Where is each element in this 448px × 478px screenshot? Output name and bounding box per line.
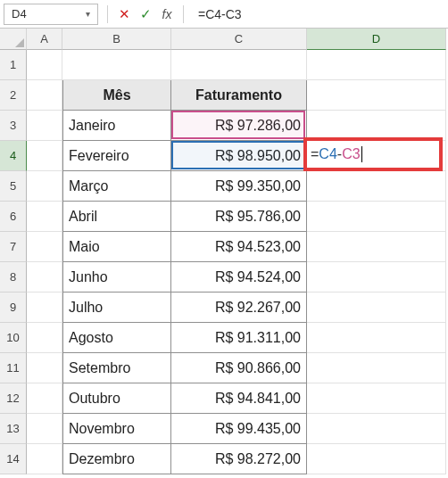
cell-a[interactable] [27, 323, 62, 353]
cell-a[interactable] [27, 202, 62, 232]
cell-d[interactable] [307, 171, 446, 202]
divider [183, 5, 184, 23]
cell-d[interactable] [307, 80, 446, 111]
cell-a[interactable] [27, 141, 62, 171]
cell-d[interactable] [307, 383, 446, 414]
formula-input[interactable]: =C4-C3 [189, 7, 448, 21]
cell-c[interactable]: R$ 98.950,00 [171, 141, 307, 171]
cell-b[interactable]: Mês [62, 80, 171, 111]
cell-b[interactable]: Julho [62, 293, 171, 323]
cell-b[interactable]: Junho [62, 262, 171, 293]
cell-c[interactable]: Faturamento [171, 80, 307, 111]
cell-b[interactable]: Abril [62, 202, 171, 232]
cell-c[interactable]: R$ 94.524,00 [171, 262, 307, 293]
sheet: A B C D 12MêsFaturamento3JaneiroR$ 97.28… [0, 29, 448, 474]
row-header[interactable]: 5 [0, 171, 27, 202]
cell-c[interactable]: R$ 92.267,00 [171, 293, 307, 323]
cell-b[interactable]: Agosto [62, 323, 171, 353]
col-header-d[interactable]: D [307, 29, 446, 50]
row-header[interactable]: 8 [0, 262, 27, 293]
text-cursor [361, 146, 362, 162]
chevron-down-icon[interactable]: ▾ [86, 9, 90, 19]
cell-d[interactable] [307, 353, 446, 383]
cell-c[interactable]: R$ 99.350,00 [171, 171, 307, 202]
cell-b[interactable]: Fevereiro [62, 141, 171, 171]
cell-b[interactable]: Novembro [62, 414, 171, 444]
cell-a[interactable] [27, 80, 62, 111]
grid: 12MêsFaturamento3JaneiroR$ 97.286,004Fev… [0, 50, 448, 474]
row-header[interactable]: 3 [0, 111, 27, 141]
cell-c[interactable]: R$ 97.286,00 [171, 111, 307, 141]
cell-a[interactable] [27, 293, 62, 323]
cell-d[interactable] [307, 414, 446, 444]
fx-icon[interactable]: fx [156, 4, 178, 25]
cell-c[interactable]: R$ 90.866,00 [171, 353, 307, 383]
cell-a[interactable] [27, 444, 62, 474]
cell-b[interactable]: Janeiro [62, 111, 171, 141]
cell-d[interactable] [307, 323, 446, 353]
row-header[interactable]: 9 [0, 293, 27, 323]
cell-a[interactable] [27, 383, 62, 414]
cell-c[interactable]: R$ 94.841,00 [171, 383, 307, 414]
row-header[interactable]: 4 [0, 141, 27, 171]
cell-a[interactable] [27, 262, 62, 293]
cell-b[interactable]: Maio [62, 232, 171, 262]
row-header[interactable]: 11 [0, 353, 27, 383]
cell-b[interactable]: Outubro [62, 383, 171, 414]
cell-c[interactable]: R$ 99.435,00 [171, 414, 307, 444]
cell-c[interactable]: R$ 91.311,00 [171, 323, 307, 353]
col-header-b[interactable]: B [62, 29, 171, 50]
formula-bar: D4 ▾ ✕ ✓ fx =C4-C3 [0, 0, 448, 29]
cell-a[interactable] [27, 50, 62, 80]
cell-d[interactable] [307, 202, 446, 232]
cell-d[interactable] [307, 262, 446, 293]
select-all-corner[interactable] [0, 29, 27, 50]
enter-icon[interactable]: ✓ [135, 4, 156, 25]
row-header[interactable]: 2 [0, 80, 27, 111]
col-header-a[interactable]: A [27, 29, 62, 50]
formula-token-eq: = [311, 146, 319, 162]
cell-a[interactable] [27, 414, 62, 444]
cell-c[interactable]: R$ 94.523,00 [171, 232, 307, 262]
cell-b[interactable]: Março [62, 171, 171, 202]
cell-d[interactable] [307, 111, 446, 141]
formula-token-ref2: C3 [342, 146, 360, 162]
row-header[interactable]: 1 [0, 50, 27, 80]
formula-token-ref1: C4 [319, 146, 336, 162]
row-header[interactable]: 7 [0, 232, 27, 262]
cell-a[interactable] [27, 111, 62, 141]
name-box[interactable]: D4 ▾ [4, 4, 98, 25]
row-header[interactable]: 13 [0, 414, 27, 444]
editing-cell[interactable]: =C4-C3 [305, 139, 441, 169]
cell-c[interactable]: R$ 95.786,00 [171, 202, 307, 232]
col-header-c[interactable]: C [171, 29, 307, 50]
cell-c[interactable]: R$ 98.272,00 [171, 444, 307, 474]
cell-d[interactable] [307, 444, 446, 474]
cancel-icon[interactable]: ✕ [113, 4, 135, 25]
cell-b[interactable] [62, 50, 171, 80]
row-header[interactable]: 12 [0, 383, 27, 414]
cell-c[interactable] [171, 50, 307, 80]
cell-a[interactable] [27, 232, 62, 262]
cell-a[interactable] [27, 353, 62, 383]
cell-a[interactable] [27, 171, 62, 202]
cell-b[interactable]: Setembro [62, 353, 171, 383]
cell-d[interactable] [307, 232, 446, 262]
row-header[interactable]: 6 [0, 202, 27, 232]
cell-d[interactable] [307, 50, 446, 80]
cell-b[interactable]: Dezembro [62, 444, 171, 474]
divider [107, 5, 108, 23]
column-header-row: A B C D [0, 29, 448, 50]
row-header[interactable]: 10 [0, 323, 27, 353]
name-box-value: D4 [12, 7, 27, 21]
cell-d[interactable] [307, 293, 446, 323]
row-header[interactable]: 14 [0, 444, 27, 474]
